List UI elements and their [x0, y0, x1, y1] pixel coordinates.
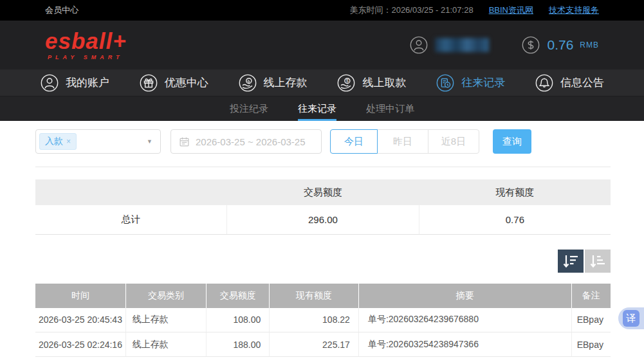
- user-account[interactable]: [409, 35, 489, 55]
- cell-remark: EBpay: [571, 332, 611, 357]
- col-header-type: 交易类别: [125, 284, 206, 308]
- cell-time: 2026-03-25 20:45:43: [35, 308, 125, 332]
- transaction-type-select[interactable]: 入款 × ▼: [35, 129, 161, 154]
- nav-label: 信息公告: [560, 75, 604, 90]
- avatar-icon: [409, 35, 428, 55]
- divider: [35, 167, 611, 167]
- filter-row: 入款 × ▼ 2026-03-25 ~ 2026-03-25 今日 昨日 近8日…: [35, 129, 611, 154]
- summary-total-amount: 296.00: [227, 205, 419, 234]
- col-header-remark: 备注: [571, 284, 611, 308]
- yesterday-button[interactable]: 昨日: [377, 129, 428, 154]
- quick-date-buttons: 今日 昨日 近8日: [330, 129, 479, 154]
- nav-label: 线上存款: [264, 75, 308, 90]
- nav-online-deposit[interactable]: 线上存款: [238, 73, 308, 93]
- cell-amount: 188.00: [207, 332, 270, 357]
- sub-nav: 投注纪录 往来记录 处理中订单: [0, 96, 644, 121]
- tab-processing-orders[interactable]: 处理中订单: [366, 96, 414, 121]
- last-8-days-button[interactable]: 近8日: [428, 129, 479, 154]
- tab-transaction-records[interactable]: 往来记录: [298, 96, 336, 121]
- date-range-value: 2026-03-25 ~ 2026-03-25: [196, 136, 306, 147]
- translate-icon: 译: [623, 310, 639, 327]
- member-center-label: 会员中心: [45, 5, 78, 16]
- summary-total-label: 总计: [35, 205, 227, 234]
- sort-ascending-button[interactable]: [585, 250, 611, 273]
- cell-balance: 108.22: [270, 308, 359, 332]
- table-row: 2026-03-25 20:45:43 线上存款 108.00 108.22 单…: [35, 308, 611, 332]
- nav-promotions[interactable]: 优惠中心: [139, 73, 208, 93]
- balance-currency: RMB: [580, 41, 599, 50]
- summary-header-empty: [35, 179, 227, 205]
- cell-remark: EBpay: [571, 308, 611, 332]
- logo[interactable]: esball+ PLAY SMART: [45, 30, 127, 60]
- withdraw-icon: $: [336, 73, 356, 93]
- main-nav: 我的账户 优惠中心 线上存款 $ 线上取款: [0, 69, 644, 96]
- summary-header-balance: 现有额度: [419, 179, 611, 205]
- col-header-time: 时间: [35, 284, 125, 308]
- nav-label: 往来记录: [461, 75, 505, 90]
- dollar-icon: [521, 35, 540, 55]
- user-icon: [40, 73, 59, 93]
- date-range-picker[interactable]: 2026-03-25 ~ 2026-03-25: [170, 129, 322, 154]
- nav-label: 我的账户: [66, 75, 109, 90]
- sort-controls: [35, 250, 611, 273]
- server-time: 美东时间：2026/03/25 - 21:07:28: [349, 5, 473, 16]
- bbin-news-link[interactable]: BBIN资讯网: [489, 5, 533, 16]
- header: esball+ PLAY SMART 0.76 RMB: [0, 21, 644, 69]
- calendar-icon: [179, 136, 190, 147]
- logo-tagline: PLAY SMART: [48, 55, 127, 60]
- summary-header-row: 交易额度 现有额度: [35, 179, 611, 205]
- page: 会员中心 美东时间：2026/03/25 - 21:07:28 BBIN资讯网 …: [0, 0, 644, 364]
- nav-transaction-records[interactable]: 往来记录: [436, 73, 505, 93]
- table-row: 2026-03-25 02:24:16 线上存款 188.00 225.17 单…: [35, 332, 611, 357]
- records-icon: [436, 73, 455, 93]
- translate-fab[interactable]: 译: [618, 307, 644, 329]
- type-tag-label: 入款: [45, 136, 63, 147]
- cell-type: 线上存款: [125, 332, 206, 357]
- cell-amount: 108.00: [207, 308, 270, 332]
- cell-time: 2026-03-25 02:24:16: [35, 332, 125, 357]
- cell-type: 线上存款: [125, 308, 206, 332]
- summary-total-balance: 0.76: [419, 205, 611, 234]
- cell-summary: 单号:202603264239676880: [358, 308, 571, 332]
- col-header-summary: 摘要: [358, 284, 571, 308]
- chevron-down-icon: ▼: [147, 138, 152, 145]
- nav-announcements[interactable]: 信息公告: [535, 73, 604, 93]
- today-button[interactable]: 今日: [330, 129, 378, 154]
- summary-table: 交易额度 现有额度 总计 296.00 0.76: [35, 179, 611, 235]
- records-table: 时间 交易类别 交易额度 现有额度 摘要 备注 2026-03-25 20:45…: [35, 284, 611, 358]
- username-blurred: [435, 38, 489, 52]
- nav-my-account[interactable]: 我的账户: [40, 73, 109, 93]
- sort-descending-button[interactable]: [558, 250, 584, 273]
- cell-summary: 单号:202603254238947366: [358, 332, 571, 357]
- balance[interactable]: 0.76 RMB: [521, 35, 599, 55]
- bell-icon: [535, 73, 554, 93]
- summary-header-amount: 交易额度: [227, 179, 419, 205]
- records-header-row: 时间 交易类别 交易额度 现有额度 摘要 备注: [35, 284, 611, 308]
- search-button[interactable]: 查询: [493, 129, 531, 154]
- gift-icon: [139, 73, 158, 93]
- deposit-icon: [238, 73, 257, 93]
- tab-betting-records[interactable]: 投注纪录: [230, 96, 268, 121]
- tag-remove-icon[interactable]: ×: [66, 137, 71, 146]
- nav-online-withdrawal[interactable]: $ 线上取款: [336, 73, 406, 93]
- type-tag: 入款 ×: [39, 133, 77, 150]
- cell-balance: 225.17: [270, 332, 359, 357]
- col-header-amount: 交易额度: [207, 284, 270, 308]
- topbar: 会员中心 美东时间：2026/03/25 - 21:07:28 BBIN资讯网 …: [0, 0, 644, 21]
- nav-label: 优惠中心: [165, 75, 208, 90]
- nav-label: 线上取款: [362, 75, 406, 90]
- tech-support-link[interactable]: 技术支持服务: [549, 5, 599, 16]
- summary-total-row: 总计 296.00 0.76: [35, 205, 611, 234]
- col-header-balance: 现有额度: [270, 284, 359, 308]
- sort-descending-icon: [562, 253, 579, 269]
- balance-amount: 0.76: [547, 37, 573, 53]
- sort-ascending-icon: [589, 253, 606, 269]
- logo-text: esball+: [45, 30, 127, 52]
